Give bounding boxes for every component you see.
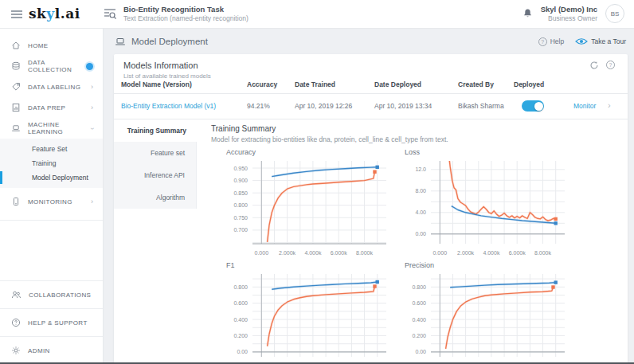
monitor-link[interactable]: Monitor: [573, 102, 596, 110]
tab-training-summary[interactable]: Training Summary: [114, 119, 198, 142]
column-header: Accuracy: [247, 80, 277, 88]
chart-title: Accuracy: [226, 148, 399, 156]
deployed-toggle[interactable]: [522, 100, 544, 112]
app-logo[interactable]: skyl.ai: [29, 6, 80, 22]
question-circle-icon[interactable]: ?: [606, 61, 615, 69]
svg-text:0.800: 0.800: [412, 284, 426, 290]
laptop-icon: [115, 37, 126, 47]
data-prep-icon: [11, 103, 21, 112]
gear-icon: [11, 346, 21, 355]
column-header: Created By: [458, 80, 494, 88]
svg-text:0.800: 0.800: [233, 284, 248, 290]
chevron-right-icon: ›: [91, 198, 93, 205]
sidebar-item-data-collection[interactable]: DATA COLLECTION: [0, 56, 103, 76]
sidebar-item-data-prep[interactable]: DATA PREP ›: [0, 97, 103, 118]
svg-text:0.00: 0.00: [415, 349, 426, 354]
svg-text:2.000k: 2.000k: [279, 250, 296, 256]
sidebar-subitem-model-deployment[interactable]: Model Deployment: [0, 170, 103, 185]
chevron-right-icon: ›: [91, 104, 93, 112]
f1-chart-block: F1 0.8000.6000.4000.2000.000.0002.000k4.…: [216, 261, 399, 364]
svg-text:2.000k: 2.000k: [457, 250, 475, 256]
question-circle-icon: [11, 318, 21, 327]
task-switcher[interactable]: Bio-Entity Recognition Task Text Extract…: [102, 5, 249, 22]
svg-text:0.850: 0.850: [233, 190, 248, 196]
task-subtitle: Text Extraction (named-entity recognitio…: [123, 14, 249, 22]
accuracy-chart: 0.9500.9000.8500.8000.7500.7000.0002.000…: [216, 158, 399, 263]
hamburger-menu-icon[interactable]: [11, 10, 22, 18]
svg-text:0.600: 0.600: [412, 300, 426, 306]
sidebar-subitem-training[interactable]: Training: [0, 156, 103, 170]
main-content: Model Deployment ? Help Take a Tour Mode…: [104, 29, 634, 364]
tab-inference-api[interactable]: Inference API: [114, 164, 196, 186]
svg-text:0.000: 0.000: [433, 250, 448, 256]
svg-text:12.0: 12.0: [415, 166, 426, 172]
tab-feature-set[interactable]: Feature set: [114, 142, 196, 164]
chevron-down-icon: ›: [88, 127, 96, 130]
svg-text:0.00: 0.00: [237, 349, 248, 354]
home-icon: [11, 41, 21, 50]
svg-text:0.950: 0.950: [233, 166, 248, 171]
svg-text:0.400: 0.400: [233, 317, 248, 323]
help-button[interactable]: ? Help: [538, 37, 564, 46]
laptop-icon: [11, 123, 21, 133]
top-bar: skyl.ai Bio-Entity Recognition Task Text…: [0, 0, 634, 29]
svg-text:0.750: 0.750: [233, 215, 248, 221]
account-role: Business Owner: [541, 14, 597, 22]
row-expand-chevron-icon[interactable]: ›: [608, 100, 611, 110]
avatar[interactable]: BS: [605, 4, 624, 23]
svg-text:0.200: 0.200: [412, 333, 426, 339]
svg-text:0.600: 0.600: [233, 300, 248, 306]
detail-title: Training Summary: [211, 124, 276, 133]
svg-text:0.700: 0.700: [233, 227, 248, 233]
sidebar-item-home[interactable]: HOME: [0, 35, 103, 56]
models-information-card: Models Information List of available tra…: [114, 54, 628, 364]
loss-chart: 12.08.004.000.000.0002.000k4.000k6.000k8…: [394, 158, 577, 263]
svg-text:6.000k: 6.000k: [331, 250, 348, 256]
date-deployed-value: Apr 10, 2019 13:34: [374, 102, 432, 110]
account-name: Skyl (Demo) Inc: [541, 5, 597, 14]
take-a-tour-button[interactable]: Take a Tour: [575, 37, 626, 45]
chart-title: Loss: [405, 148, 577, 156]
accuracy-value: 94.21%: [247, 102, 270, 110]
svg-text:6.000k: 6.000k: [509, 250, 526, 256]
tab-algorithm[interactable]: Algorithm: [114, 186, 196, 209]
precision-chart: 0.8000.6000.4000.2000.000.0002.000k4.000…: [394, 271, 577, 364]
table-header-row: Model Name (Version) Accuracy Date Train…: [114, 76, 628, 94]
sidebar-item-help-support[interactable]: HELP & SUPPORT: [0, 308, 103, 336]
chart-title: Precision: [405, 261, 577, 269]
task-title: Bio-Entity Recognition Task: [123, 5, 249, 14]
sidebar-item-data-labeling[interactable]: DATA LABELING ›: [0, 76, 103, 97]
page-header: Model Deployment ? Help Take a Tour: [104, 29, 634, 54]
detail-subtitle: Model for extracting bio-entities like d…: [211, 135, 448, 143]
sidebar-item-admin[interactable]: ADMIN: [0, 336, 103, 364]
accuracy-chart-block: Accuracy 0.9500.9000.8500.8000.7500.7000…: [216, 148, 399, 263]
sidebar-item-monitoring[interactable]: MONITORING ›: [0, 191, 103, 212]
column-header: Date Deployed: [374, 80, 421, 88]
sidebar-item-machine-learning[interactable]: MACHINE LEARNING ›: [0, 118, 103, 139]
loss-chart-block: Loss 12.08.004.000.000.0002.000k4.000k6.…: [394, 148, 577, 263]
refresh-icon[interactable]: [589, 61, 599, 70]
notification-dot-badge: [86, 63, 93, 70]
sidebar-subitem-feature-set[interactable]: Feature Set: [0, 142, 103, 156]
sidebar-divider: [0, 220, 103, 221]
account-info[interactable]: Skyl (Demo) Inc Business Owner: [541, 5, 597, 22]
database-icon: [11, 61, 21, 71]
table-row: Bio-Entity Extraction Model (v1) 94.21% …: [114, 94, 628, 119]
card-title: Models Information: [123, 61, 198, 70]
svg-text:4.000k: 4.000k: [483, 250, 500, 256]
column-header: Model Name (Version): [121, 80, 192, 88]
detail-tabs: Training Summary Feature set Inference A…: [114, 119, 197, 209]
machine-learning-submenu: Feature Set Training Model Deployment: [0, 139, 103, 188]
chart-title: F1: [226, 261, 399, 269]
f1-chart: 0.8000.6000.4000.2000.000.0002.000k4.000…: [216, 271, 399, 364]
notifications-bell-icon[interactable]: [522, 8, 533, 19]
tag-icon: [11, 82, 21, 92]
svg-text:8.00: 8.00: [415, 188, 426, 194]
sidebar-item-collaborations[interactable]: COLLABORATIONS: [0, 280, 103, 308]
model-name-link[interactable]: Bio-Entity Extraction Model (v1): [121, 102, 216, 110]
svg-text:8.000k: 8.000k: [356, 250, 374, 256]
people-icon: [11, 290, 22, 299]
svg-text:0.400: 0.400: [412, 317, 426, 323]
app-window: skyl.ai Bio-Entity Recognition Task Text…: [0, 0, 634, 364]
precision-chart-block: Precision 0.8000.6000.4000.2000.000.0002…: [394, 261, 577, 364]
